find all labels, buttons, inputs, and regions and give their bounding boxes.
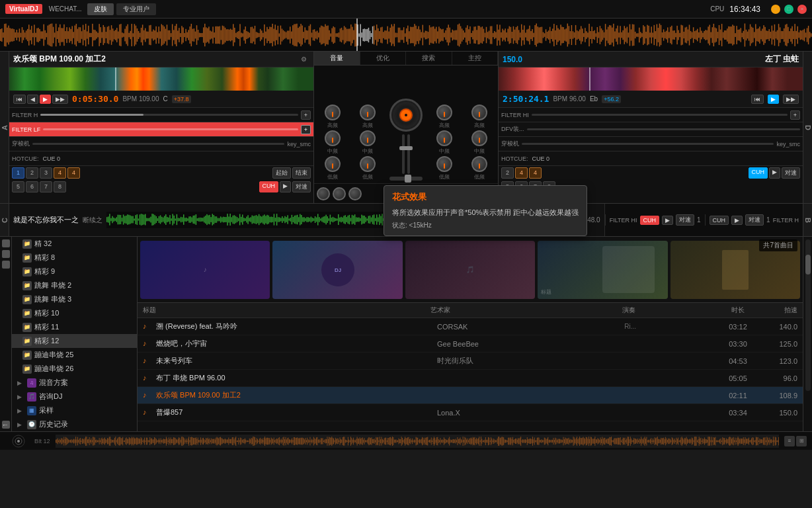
sidebar-item-history[interactable]: ▶ 🕐 历史记录 bbox=[12, 417, 137, 431]
right-cue-4[interactable]: 4 bbox=[515, 167, 528, 179]
right-low-knob[interactable] bbox=[436, 156, 452, 172]
right-filter-add[interactable]: + bbox=[790, 110, 800, 120]
thumb-1[interactable]: ♪ bbox=[140, 241, 270, 299]
left2-high-knob[interactable] bbox=[360, 105, 376, 120]
status-btn-2[interactable]: ⊞ bbox=[796, 436, 807, 446]
right-deck-waveform[interactable] bbox=[499, 67, 803, 91]
right-cue-4b[interactable]: 4 bbox=[529, 167, 542, 179]
left-back-btn[interactable]: ◀ bbox=[27, 95, 38, 104]
left-prev-btn[interactable]: ⏮ bbox=[13, 95, 26, 104]
track-row-1[interactable]: ♪ 溯 (Reverse) feat. 马吟吟 CORSAK Ri... 03:… bbox=[138, 318, 803, 335]
sidebar-item-jing12[interactable]: 📁 精彩 12 bbox=[12, 334, 137, 348]
sidebar-icon-1[interactable] bbox=[2, 239, 10, 247]
left-deck-waveform[interactable] bbox=[9, 67, 313, 91]
tab-skin[interactable]: 皮肤 bbox=[87, 3, 114, 15]
track-row-4[interactable]: ♪ 布丁 串烧 BPM 96.00 05:05 96.0 bbox=[138, 370, 803, 387]
left-cue-7[interactable]: 7 bbox=[40, 181, 52, 192]
right-fwd-btn[interactable]: ▶▶ bbox=[783, 95, 799, 104]
track-row-2[interactable]: ♪ 燃烧吧，小宇宙 Gee BeeBee 03:30 125.0 bbox=[138, 335, 803, 353]
left-cue-6[interactable]: 6 bbox=[26, 181, 38, 192]
mixer-tab-optimize[interactable]: 优化 bbox=[360, 52, 407, 65]
left2-low-knob[interactable] bbox=[360, 156, 376, 172]
svg-rect-1213 bbox=[329, 437, 330, 445]
left-cue-4[interactable]: 4 bbox=[54, 167, 66, 179]
sidebar-icon-3[interactable] bbox=[2, 261, 10, 269]
left-start-btn[interactable]: 起始 bbox=[272, 167, 291, 179]
close-button[interactable]: × bbox=[797, 5, 807, 14]
right2-mid-knob[interactable] bbox=[471, 130, 487, 146]
sidebar-item-jing10[interactable]: 📁 精彩 10 bbox=[12, 306, 137, 320]
mixer-tab-search[interactable]: 搜索 bbox=[406, 52, 452, 65]
mixer-tab-master[interactable]: 主控 bbox=[452, 52, 499, 65]
left-end-btn[interactable]: 结束 bbox=[292, 167, 311, 179]
mixer-tab-volume[interactable]: 音量 bbox=[314, 52, 360, 65]
track-row-3[interactable]: ♪ 未来号列车 时光街乐队 04:53 123.0 bbox=[138, 353, 803, 370]
left-fwd-btn[interactable]: ▶▶ bbox=[52, 95, 68, 104]
left-cue-3[interactable]: 3 bbox=[40, 167, 52, 179]
effect-knob-2[interactable] bbox=[333, 187, 346, 200]
effect-knob-1[interactable] bbox=[317, 187, 330, 200]
main-waveform[interactable]: (function() { const g = document.getElem… bbox=[0, 19, 812, 52]
sidebar-item-jing9[interactable]: 📁 精彩 9 bbox=[12, 265, 137, 278]
crossfader-knob[interactable] bbox=[389, 99, 423, 132]
left-cuh-btn[interactable]: CUH bbox=[259, 181, 279, 192]
thumb-2[interactable]: DJ bbox=[272, 241, 402, 299]
sidebar-item-jing32[interactable]: 📁 精 32 bbox=[12, 237, 137, 251]
c-play-btn-right[interactable]: ▶ bbox=[731, 216, 743, 225]
c-sync-btn-right[interactable]: 对速 bbox=[745, 214, 764, 226]
right-play-btn[interactable]: ▶ bbox=[768, 95, 779, 104]
right-prev-btn[interactable]: ⏮ bbox=[751, 95, 764, 104]
c-cuh-btn[interactable]: CUH bbox=[640, 216, 660, 225]
right-mid-knob[interactable] bbox=[436, 130, 452, 146]
right-cuh-btn[interactable]: CUH bbox=[749, 167, 768, 179]
left-low-knob[interactable] bbox=[325, 156, 341, 172]
left-cue-1[interactable]: 1 bbox=[12, 167, 24, 179]
left-filter-h-add[interactable]: + bbox=[301, 110, 311, 120]
track-row-6[interactable]: ♪ 普爆857 Lona.X 03:34 150.0 bbox=[138, 404, 803, 421]
sidebar-item-consult[interactable]: ▶ 🎵 咨询DJ bbox=[12, 390, 137, 403]
left-deck-controls-icon[interactable]: ⚙ bbox=[301, 56, 307, 63]
c-play-btn[interactable]: ▶ bbox=[662, 216, 673, 225]
c-sync-btn[interactable]: 对速 bbox=[676, 214, 694, 226]
right-vol-fader[interactable] bbox=[405, 146, 413, 150]
left2-mid-knob[interactable] bbox=[360, 130, 376, 146]
right-cue-2[interactable]: 2 bbox=[501, 167, 514, 179]
left-cue-5[interactable]: 5 bbox=[12, 181, 24, 192]
scrollbar-track[interactable] bbox=[805, 239, 811, 391]
left-cue-4b[interactable]: 4 bbox=[67, 167, 80, 179]
right-play-btn2[interactable]: ▶ bbox=[769, 167, 780, 179]
scrollbar-thumb[interactable] bbox=[805, 255, 811, 275]
sidebar-item-jing8[interactable]: 📁 精彩 8 bbox=[12, 251, 137, 265]
right-high-knob[interactable] bbox=[436, 105, 452, 120]
left-filter-lf-add[interactable]: + bbox=[301, 125, 311, 134]
sidebar-icon-2[interactable] bbox=[2, 250, 10, 258]
left-play-btn2[interactable]: ▶ bbox=[280, 181, 291, 192]
tab-pro[interactable]: 专业用户 bbox=[116, 3, 156, 15]
sidebar-item-dance2[interactable]: 📁 跳舞 串烧 3 bbox=[12, 292, 137, 306]
left-high-knob[interactable] bbox=[325, 105, 341, 120]
sidebar-item-dance1[interactable]: 📁 跳舞 串烧 2 bbox=[12, 278, 137, 292]
c-cuh-btn-right[interactable]: CUH bbox=[710, 216, 729, 225]
right-sync-btn[interactable]: 对速 bbox=[782, 167, 800, 179]
sidebar-item-disco2[interactable]: 📁 蹦迪串烧 26 bbox=[12, 362, 137, 376]
effect-knob-3[interactable] bbox=[348, 187, 362, 200]
right2-high-knob[interactable] bbox=[471, 105, 487, 120]
sidebar-item-sample[interactable]: ▶ ▦ 采样 bbox=[12, 403, 137, 417]
sidebar-item-jing11[interactable]: 📁 精彩 11 bbox=[12, 320, 137, 334]
sidebar-icon-back[interactable]: ← bbox=[2, 421, 10, 429]
minimize-button[interactable]: − bbox=[771, 5, 780, 14]
left-mid-knob[interactable] bbox=[325, 130, 341, 146]
maximize-button[interactable]: □ bbox=[784, 5, 793, 14]
crossfader[interactable] bbox=[389, 177, 423, 181]
status-btn-1[interactable]: ≡ bbox=[784, 436, 795, 446]
left-play-btn[interactable]: ▶ bbox=[40, 95, 51, 104]
right2-low-knob[interactable] bbox=[471, 156, 487, 172]
left-cue-8[interactable]: 8 bbox=[54, 181, 66, 192]
left-sync-btn[interactable]: 对速 bbox=[292, 181, 311, 192]
sidebar-item-disco1[interactable]: 📁 蹦迪串烧 25 bbox=[12, 348, 137, 362]
thumb-4[interactable]: 标题 bbox=[538, 241, 667, 299]
sidebar-item-mix[interactable]: ▶ ♫ 混音方案 bbox=[12, 376, 137, 390]
track-row-5[interactable]: ♪ 欢乐颂 BPM 109.00 加工2 02:11 108.9 bbox=[138, 387, 803, 404]
thumb-3[interactable]: 🎵 bbox=[405, 241, 535, 299]
left-cue-2[interactable]: 2 bbox=[26, 167, 38, 179]
